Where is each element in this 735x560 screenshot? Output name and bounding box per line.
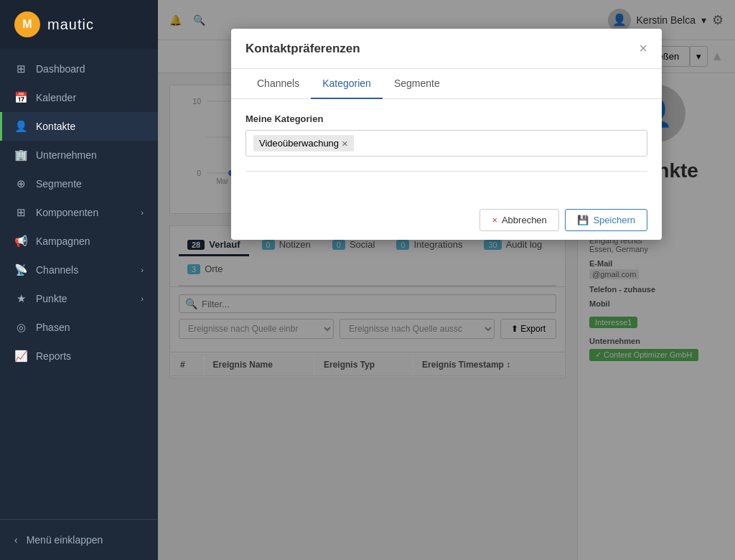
modal-tab-channels[interactable]: Channels — [245, 69, 311, 99]
sidebar-item-label: Channels — [36, 264, 78, 276]
save-label: Speichern — [593, 215, 635, 225]
chevron-right-icon: › — [141, 266, 144, 274]
sidebar-item-label: Dashboard — [36, 63, 85, 75]
collapse-label: Menü einklappen — [27, 534, 103, 546]
logo-text: mautic — [47, 17, 94, 33]
channels-icon: 📡 — [14, 263, 27, 276]
modal-header: Kontaktpräferenzen × — [231, 29, 662, 69]
field-label: Meine Kategorien — [245, 113, 647, 124]
components-icon: ⊞ — [14, 206, 27, 219]
sidebar-item-phasen[interactable]: ◎ Phasen — [0, 313, 158, 342]
sidebar-item-segmente[interactable]: ⊕ Segmente — [0, 169, 158, 198]
phases-icon: ◎ — [14, 321, 27, 334]
sidebar-item-komponenten[interactable]: ⊞ Komponenten › — [0, 198, 158, 227]
sidebar-item-label: Segmente — [36, 178, 82, 190]
sidebar-item-label: Komponenten — [36, 207, 98, 218]
cancel-label: Abbrechen — [502, 215, 547, 225]
cancel-button[interactable]: × Abbrechen — [479, 209, 558, 231]
calendar-icon: 📅 — [14, 91, 27, 104]
sidebar-logo: M mautic — [0, 0, 158, 49]
modal-overlay: Kontaktpräferenzen × Channels Kategorien… — [158, 0, 735, 560]
collapse-icon: ‹ — [14, 534, 18, 546]
cancel-icon: × — [492, 215, 497, 225]
sidebar-item-label: Kontakte — [36, 121, 75, 132]
campaign-icon: 📢 — [14, 235, 27, 248]
sidebar-item-kontakte[interactable]: 👤 Kontakte — [0, 112, 158, 141]
sidebar-item-label: Kalender — [36, 92, 76, 103]
modal-footer: × Abbrechen 💾 Speichern — [231, 200, 662, 240]
modal-body: Meine Kategorien Videoüberwachung × — [231, 99, 662, 200]
logo-icon: M — [14, 11, 40, 37]
modal-tab-kategorien[interactable]: Kategorien — [311, 69, 383, 99]
modal-close-button[interactable]: × — [639, 40, 647, 57]
tag-remove-button[interactable]: × — [342, 137, 348, 149]
chevron-right-icon: › — [141, 208, 144, 217]
modal-dialog: Kontaktpräferenzen × Channels Kategorien… — [231, 29, 662, 240]
collapse-menu-button[interactable]: ‹ Menü einklappen — [14, 528, 144, 551]
sidebar-item-dashboard[interactable]: ⊞ Dashboard — [0, 55, 158, 83]
sidebar-item-kampagnen[interactable]: 📢 Kampagnen — [0, 227, 158, 256]
sidebar-item-unternehmen[interactable]: 🏢 Unternehmen — [0, 141, 158, 169]
tag-videouberwachung: Videoüberwachung × — [253, 135, 354, 151]
contact-icon: 👤 — [14, 120, 27, 133]
points-icon: ★ — [14, 292, 27, 305]
save-disk-icon: 💾 — [577, 215, 589, 225]
sidebar-bottom: ‹ Menü einklappen — [0, 519, 158, 560]
sidebar-item-label: Reports — [36, 350, 71, 362]
modal-divider — [245, 171, 647, 172]
sidebar-nav: ⊞ Dashboard 📅 Kalender 👤 Kontakte 🏢 Unte… — [0, 49, 158, 519]
sidebar-item-channels[interactable]: 📡 Channels › — [0, 256, 158, 284]
sidebar-item-kalender[interactable]: 📅 Kalender — [0, 83, 158, 112]
sidebar: M mautic ⊞ Dashboard 📅 Kalender 👤 Kontak… — [0, 0, 158, 560]
reports-icon: 📈 — [14, 350, 27, 363]
modal-tab-segmente[interactable]: Segmente — [383, 69, 451, 99]
sidebar-item-label: Punkte — [36, 293, 67, 304]
sidebar-item-label: Phasen — [36, 322, 70, 333]
tag-input[interactable]: Videoüberwachung × — [245, 130, 647, 157]
segment-icon: ⊕ — [14, 177, 27, 190]
sidebar-item-punkte[interactable]: ★ Punkte › — [0, 284, 158, 313]
logo-m: M — [22, 18, 32, 31]
sidebar-item-label: Kampagnen — [36, 235, 90, 247]
chevron-right-icon: › — [141, 294, 144, 303]
tag-label: Videoüberwachung — [259, 138, 339, 149]
modal-tabs: Channels Kategorien Segmente — [231, 69, 662, 99]
modal-title: Kontaktpräferenzen — [245, 42, 360, 56]
main-area: 🔔 🔍 👤 Kerstin Belca ▾ ⚙ Ändern × Schließ… — [158, 0, 735, 560]
dashboard-icon: ⊞ — [14, 62, 27, 75]
company-icon: 🏢 — [14, 149, 27, 162]
sidebar-item-reports[interactable]: 📈 Reports — [0, 342, 158, 370]
sidebar-item-label: Unternehmen — [36, 149, 97, 161]
save-button[interactable]: 💾 Speichern — [565, 209, 647, 231]
